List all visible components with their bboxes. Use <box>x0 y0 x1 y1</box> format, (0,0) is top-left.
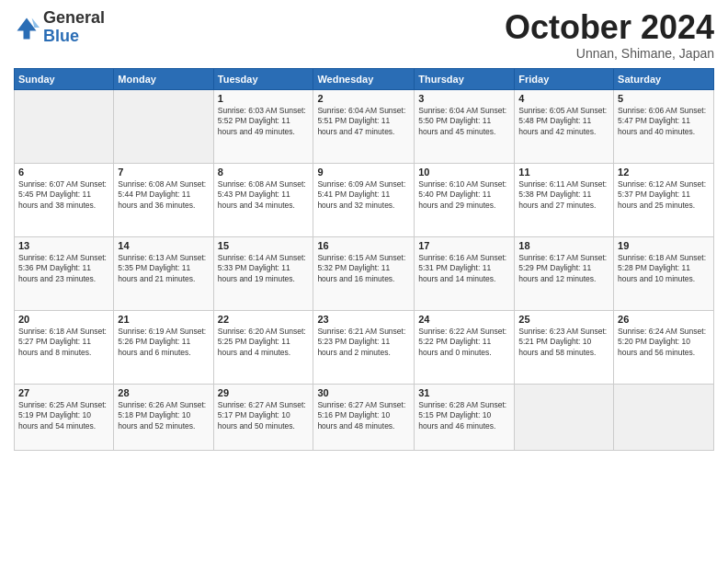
calendar-cell: 30Sunrise: 6:27 AM Sunset: 5:16 PM Dayli… <box>313 384 415 450</box>
page: General Blue October 2024 Unnan, Shimane… <box>0 0 728 563</box>
day-number: 10 <box>418 167 510 178</box>
day-info: Sunrise: 6:11 AM Sunset: 5:38 PM Dayligh… <box>518 179 609 211</box>
calendar-cell: 26Sunrise: 6:24 AM Sunset: 5:20 PM Dayli… <box>614 310 714 384</box>
day-number: 17 <box>418 240 510 251</box>
day-info: Sunrise: 6:27 AM Sunset: 5:17 PM Dayligh… <box>218 400 310 431</box>
subtitle: Unnan, Shimane, Japan <box>505 46 714 61</box>
calendar-cell: 29Sunrise: 6:27 AM Sunset: 5:17 PM Dayli… <box>213 384 313 450</box>
calendar-cell: 28Sunrise: 6:26 AM Sunset: 5:18 PM Dayli… <box>114 384 213 450</box>
calendar-cell: 24Sunrise: 6:22 AM Sunset: 5:22 PM Dayli… <box>415 310 515 384</box>
calendar-cell <box>515 384 614 450</box>
calendar-cell: 12Sunrise: 6:12 AM Sunset: 5:37 PM Dayli… <box>614 163 714 236</box>
calendar-cell: 8Sunrise: 6:08 AM Sunset: 5:43 PM Daylig… <box>213 163 313 236</box>
calendar-cell: 15Sunrise: 6:14 AM Sunset: 5:33 PM Dayli… <box>213 236 313 310</box>
calendar-cell: 19Sunrise: 6:18 AM Sunset: 5:28 PM Dayli… <box>614 236 714 310</box>
day-info: Sunrise: 6:04 AM Sunset: 5:51 PM Dayligh… <box>317 106 410 137</box>
calendar-cell: 27Sunrise: 6:25 AM Sunset: 5:19 PM Dayli… <box>15 384 114 450</box>
day-info: Sunrise: 6:25 AM Sunset: 5:19 PM Dayligh… <box>18 400 109 431</box>
day-info: Sunrise: 6:28 AM Sunset: 5:15 PM Dayligh… <box>418 400 510 431</box>
calendar-cell: 10Sunrise: 6:10 AM Sunset: 5:40 PM Dayli… <box>415 163 515 236</box>
calendar-cell: 14Sunrise: 6:13 AM Sunset: 5:35 PM Dayli… <box>114 236 213 310</box>
day-info: Sunrise: 6:09 AM Sunset: 5:41 PM Dayligh… <box>317 179 410 211</box>
day-number: 30 <box>317 387 410 398</box>
day-number: 29 <box>218 387 310 398</box>
calendar-cell: 9Sunrise: 6:09 AM Sunset: 5:41 PM Daylig… <box>313 163 415 236</box>
calendar-cell: 2Sunrise: 6:04 AM Sunset: 5:51 PM Daylig… <box>313 89 415 163</box>
calendar-cell <box>614 384 714 450</box>
day-info: Sunrise: 6:08 AM Sunset: 5:44 PM Dayligh… <box>118 179 209 211</box>
day-info: Sunrise: 6:07 AM Sunset: 5:45 PM Dayligh… <box>18 179 109 211</box>
day-number: 21 <box>118 314 209 325</box>
day-number: 16 <box>317 240 410 251</box>
day-info: Sunrise: 6:17 AM Sunset: 5:29 PM Dayligh… <box>518 253 609 284</box>
calendar-cell: 16Sunrise: 6:15 AM Sunset: 5:32 PM Dayli… <box>313 236 415 310</box>
day-info: Sunrise: 6:18 AM Sunset: 5:28 PM Dayligh… <box>618 253 710 284</box>
calendar-cell: 4Sunrise: 6:05 AM Sunset: 5:48 PM Daylig… <box>515 89 614 163</box>
weekday-header-thursday: Thursday <box>415 68 515 89</box>
day-number: 15 <box>218 240 310 251</box>
day-number: 14 <box>118 240 209 251</box>
day-number: 28 <box>118 387 209 398</box>
title-block: October 2024 Unnan, Shimane, Japan <box>505 9 714 61</box>
day-info: Sunrise: 6:12 AM Sunset: 5:37 PM Dayligh… <box>618 179 710 211</box>
day-number: 12 <box>618 167 710 178</box>
day-info: Sunrise: 6:20 AM Sunset: 5:25 PM Dayligh… <box>218 327 310 358</box>
calendar-cell: 3Sunrise: 6:04 AM Sunset: 5:50 PM Daylig… <box>415 89 515 163</box>
day-number: 1 <box>218 93 310 104</box>
weekday-row: SundayMondayTuesdayWednesdayThursdayFrid… <box>15 68 714 89</box>
day-number: 5 <box>618 93 710 104</box>
day-info: Sunrise: 6:22 AM Sunset: 5:22 PM Dayligh… <box>418 327 510 358</box>
calendar-cell: 17Sunrise: 6:16 AM Sunset: 5:31 PM Dayli… <box>415 236 515 310</box>
day-info: Sunrise: 6:18 AM Sunset: 5:27 PM Dayligh… <box>18 327 109 358</box>
day-number: 9 <box>317 167 410 178</box>
day-number: 24 <box>418 314 510 325</box>
day-number: 2 <box>317 93 410 104</box>
calendar-cell: 22Sunrise: 6:20 AM Sunset: 5:25 PM Dayli… <box>213 310 313 384</box>
week-row-3: 13Sunrise: 6:12 AM Sunset: 5:36 PM Dayli… <box>15 236 714 310</box>
calendar-cell: 23Sunrise: 6:21 AM Sunset: 5:23 PM Dayli… <box>313 310 415 384</box>
day-info: Sunrise: 6:27 AM Sunset: 5:16 PM Dayligh… <box>317 400 410 431</box>
day-info: Sunrise: 6:13 AM Sunset: 5:35 PM Dayligh… <box>118 253 209 284</box>
day-number: 18 <box>518 240 609 251</box>
calendar-table: SundayMondayTuesdayWednesdayThursdayFrid… <box>14 68 714 451</box>
day-number: 13 <box>18 240 109 251</box>
day-info: Sunrise: 6:05 AM Sunset: 5:48 PM Dayligh… <box>518 106 609 137</box>
day-info: Sunrise: 6:15 AM Sunset: 5:32 PM Dayligh… <box>317 253 410 284</box>
calendar-body: 1Sunrise: 6:03 AM Sunset: 5:52 PM Daylig… <box>15 89 714 450</box>
day-info: Sunrise: 6:03 AM Sunset: 5:52 PM Dayligh… <box>218 106 310 137</box>
weekday-header-monday: Monday <box>114 68 213 89</box>
day-info: Sunrise: 6:12 AM Sunset: 5:36 PM Dayligh… <box>18 253 109 284</box>
weekday-header-sunday: Sunday <box>15 68 114 89</box>
day-number: 19 <box>618 240 710 251</box>
day-number: 22 <box>218 314 310 325</box>
calendar-cell: 1Sunrise: 6:03 AM Sunset: 5:52 PM Daylig… <box>213 89 313 163</box>
calendar-cell <box>15 89 114 163</box>
day-number: 23 <box>317 314 410 325</box>
week-row-5: 27Sunrise: 6:25 AM Sunset: 5:19 PM Dayli… <box>15 384 714 450</box>
day-number: 27 <box>18 387 109 398</box>
weekday-header-friday: Friday <box>515 68 614 89</box>
calendar-cell: 5Sunrise: 6:06 AM Sunset: 5:47 PM Daylig… <box>614 89 714 163</box>
calendar-cell: 6Sunrise: 6:07 AM Sunset: 5:45 PM Daylig… <box>15 163 114 236</box>
calendar-cell: 18Sunrise: 6:17 AM Sunset: 5:29 PM Dayli… <box>515 236 614 310</box>
day-info: Sunrise: 6:06 AM Sunset: 5:47 PM Dayligh… <box>618 106 710 137</box>
day-info: Sunrise: 6:14 AM Sunset: 5:33 PM Dayligh… <box>218 253 310 284</box>
day-info: Sunrise: 6:26 AM Sunset: 5:18 PM Dayligh… <box>118 400 209 431</box>
day-number: 20 <box>18 314 109 325</box>
day-info: Sunrise: 6:21 AM Sunset: 5:23 PM Dayligh… <box>317 327 410 358</box>
day-number: 11 <box>518 167 609 178</box>
day-info: Sunrise: 6:19 AM Sunset: 5:26 PM Dayligh… <box>118 327 209 358</box>
day-number: 4 <box>518 93 609 104</box>
day-info: Sunrise: 6:23 AM Sunset: 5:21 PM Dayligh… <box>518 327 609 358</box>
day-info: Sunrise: 6:24 AM Sunset: 5:20 PM Dayligh… <box>618 327 710 358</box>
day-info: Sunrise: 6:16 AM Sunset: 5:31 PM Dayligh… <box>418 253 510 284</box>
week-row-2: 6Sunrise: 6:07 AM Sunset: 5:45 PM Daylig… <box>15 163 714 236</box>
calendar-cell: 13Sunrise: 6:12 AM Sunset: 5:36 PM Dayli… <box>15 236 114 310</box>
day-number: 3 <box>418 93 510 104</box>
logo-icon <box>14 15 40 40</box>
calendar-cell: 20Sunrise: 6:18 AM Sunset: 5:27 PM Dayli… <box>15 310 114 384</box>
calendar-header: SundayMondayTuesdayWednesdayThursdayFrid… <box>15 68 714 89</box>
calendar-cell: 11Sunrise: 6:11 AM Sunset: 5:38 PM Dayli… <box>515 163 614 236</box>
header: General Blue October 2024 Unnan, Shimane… <box>14 9 714 61</box>
calendar-cell: 21Sunrise: 6:19 AM Sunset: 5:26 PM Dayli… <box>114 310 213 384</box>
